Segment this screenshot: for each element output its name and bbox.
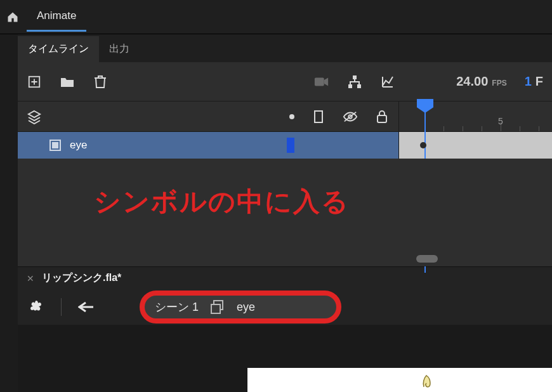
document-tabs: ✕ リップシンク.fla* — [18, 266, 552, 289]
divider — [61, 298, 62, 316]
symbol-icon — [210, 299, 225, 315]
edit-breadcrumb-bar: シーン 1 eye — [18, 289, 552, 325]
close-document-icon[interactable]: ✕ — [27, 273, 34, 284]
scene-menu-icon[interactable] — [27, 297, 46, 317]
folder-icon[interactable] — [60, 74, 75, 89]
app-title-bar: Animate — [0, 0, 552, 34]
frame-display[interactable]: 1 F — [525, 74, 543, 89]
stage-canvas[interactable] — [247, 368, 552, 392]
keyframe-indicator — [287, 138, 294, 153]
svg-rect-4 — [357, 84, 361, 88]
svg-rect-5 — [315, 111, 322, 122]
timeline-scroll-thumb[interactable] — [416, 255, 438, 263]
timeline-empty-area: シンボルの中に入る — [18, 159, 552, 266]
layer-type-icon — [49, 140, 61, 151]
visibility-off-icon[interactable] — [343, 109, 358, 124]
fps-unit: FPS — [492, 79, 506, 88]
panel-tabs: タイムライン 出力 — [18, 34, 552, 62]
timeline-panel: タイムライン 出力 24.00 FPS 1 — [18, 34, 552, 325]
svg-rect-2 — [353, 75, 357, 79]
app-name-label: Animate — [37, 10, 76, 22]
tab-timeline[interactable]: タイムライン — [18, 36, 99, 62]
svg-rect-3 — [348, 84, 352, 88]
outline-icon[interactable] — [311, 109, 326, 124]
ruler-mark-5: 5 — [498, 116, 503, 126]
lock-icon[interactable] — [374, 109, 390, 124]
frame-unit: F — [536, 74, 543, 89]
keyframe-dot[interactable] — [420, 142, 426, 148]
layer-header-row: 5 — [18, 101, 552, 132]
layers-icon[interactable] — [27, 109, 42, 124]
svg-rect-10 — [52, 142, 58, 148]
timeline-toolbar: 24.00 FPS 1 F — [18, 62, 552, 101]
camera-icon[interactable] — [314, 74, 329, 89]
svg-rect-1 — [315, 77, 324, 86]
timeline-ruler[interactable]: 5 — [398, 101, 552, 131]
layer-name-label: eye — [70, 139, 87, 152]
hierarchy-icon[interactable] — [347, 74, 362, 89]
side-strip — [0, 34, 18, 392]
breadcrumb-scene-label[interactable]: シーン 1 — [155, 299, 199, 315]
svg-rect-12 — [211, 304, 220, 313]
layer-track[interactable] — [398, 132, 552, 159]
graph-icon[interactable] — [380, 74, 395, 89]
svg-rect-8 — [378, 115, 386, 122]
home-icon[interactable] — [5, 10, 20, 25]
tab-output[interactable]: 出力 — [99, 36, 140, 62]
breadcrumb-highlight: シーン 1 eye — [140, 291, 341, 323]
layer-row-eye[interactable]: eye — [18, 132, 552, 159]
highlight-dot-icon[interactable] — [289, 114, 294, 119]
fps-value: 24.00 — [456, 74, 488, 89]
stage-shape — [419, 370, 438, 389]
add-frame-icon[interactable] — [27, 74, 42, 89]
annotation-text: シンボルの中に入る — [94, 184, 350, 219]
back-arrow-icon[interactable] — [77, 297, 96, 317]
document-name-label[interactable]: リップシンク.fla* — [42, 271, 121, 285]
app-tab-animate[interactable]: Animate — [27, 2, 86, 32]
trash-icon[interactable] — [93, 74, 108, 89]
breadcrumb-symbol-label[interactable]: eye — [237, 301, 255, 314]
fps-display[interactable]: 24.00 FPS — [456, 74, 506, 89]
ruler-ticks: 5 — [399, 117, 552, 131]
frame-value: 1 — [525, 74, 532, 89]
